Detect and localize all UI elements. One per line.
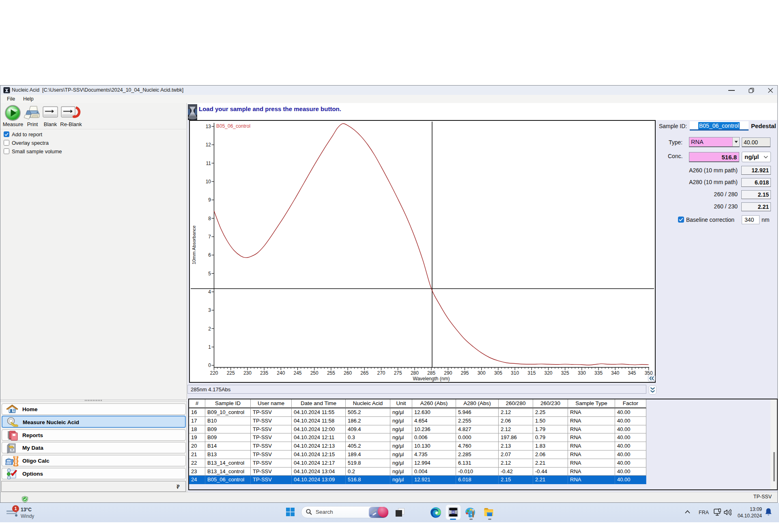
svg-text:245: 245 xyxy=(293,370,301,376)
svg-text:270: 270 xyxy=(377,370,385,376)
svg-text:300: 300 xyxy=(478,370,486,376)
svg-text:305: 305 xyxy=(494,370,502,376)
svg-text:220: 220 xyxy=(210,370,218,376)
svg-text:13: 13 xyxy=(206,124,211,129)
svg-text:8: 8 xyxy=(208,216,211,221)
svg-text:310: 310 xyxy=(511,370,519,376)
svg-text:275: 275 xyxy=(394,370,402,376)
svg-text:12: 12 xyxy=(206,142,211,148)
svg-text:5: 5 xyxy=(208,271,211,277)
svg-text:Wavelength (nm): Wavelength (nm) xyxy=(413,376,450,382)
svg-text:11: 11 xyxy=(206,161,211,166)
svg-text:290: 290 xyxy=(444,370,452,376)
svg-text:6: 6 xyxy=(208,252,211,258)
svg-text:295: 295 xyxy=(461,370,469,376)
svg-text:265: 265 xyxy=(360,370,368,376)
svg-text:3: 3 xyxy=(208,307,211,313)
svg-text:9: 9 xyxy=(208,197,211,203)
svg-text:255: 255 xyxy=(327,370,335,376)
svg-text:250: 250 xyxy=(310,370,318,376)
svg-text:330: 330 xyxy=(578,370,586,376)
svg-text:240: 240 xyxy=(277,370,285,376)
svg-text:235: 235 xyxy=(260,370,268,376)
svg-text:325: 325 xyxy=(561,370,569,376)
svg-text:7: 7 xyxy=(208,234,211,240)
svg-text:1: 1 xyxy=(208,344,211,350)
svg-text:225: 225 xyxy=(227,370,235,376)
svg-text:335: 335 xyxy=(594,370,603,376)
svg-text:0: 0 xyxy=(208,363,211,368)
svg-text:4: 4 xyxy=(208,289,211,295)
svg-text:320: 320 xyxy=(544,370,552,376)
svg-text:345: 345 xyxy=(628,370,636,376)
svg-text:10mm Absorbance: 10mm Absorbance xyxy=(192,225,196,264)
svg-text:10: 10 xyxy=(206,179,211,184)
svg-text:315: 315 xyxy=(527,370,536,376)
svg-text:230: 230 xyxy=(243,370,252,376)
svg-text:340: 340 xyxy=(611,370,619,376)
svg-text:B05_06_control: B05_06_control xyxy=(216,123,250,129)
svg-text:2: 2 xyxy=(208,326,211,332)
svg-text:280: 280 xyxy=(411,370,419,376)
svg-text:285: 285 xyxy=(427,370,435,376)
svg-text:260: 260 xyxy=(344,370,352,376)
